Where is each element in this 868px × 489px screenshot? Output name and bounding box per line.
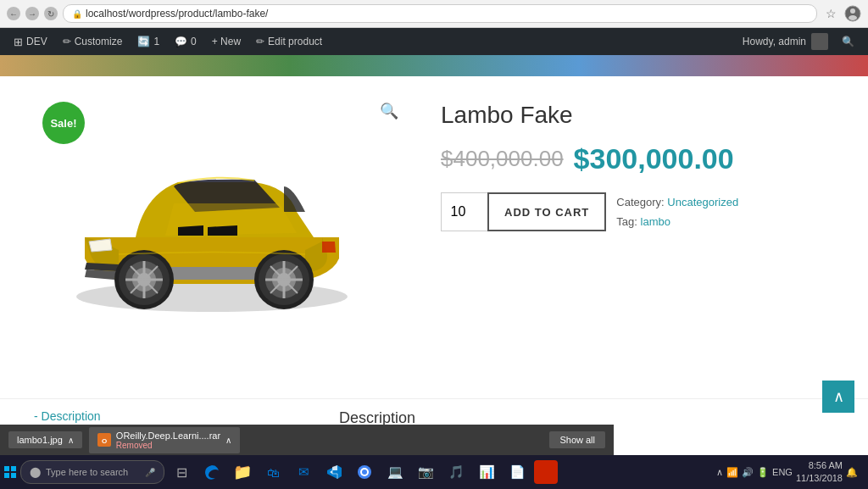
taskbar-app-10[interactable]: 📊 [473,458,500,486]
admin-bar-right: Howdy, admin 🔍 [736,28,861,55]
admin-bar-edit-label: Edit product [268,36,322,47]
product-meta: Category: Uncategorized Tag: lambo [616,192,738,232]
svg-text:O: O [102,437,107,445]
admin-bar-dev-label: DEV [26,36,47,47]
taskbar: ⬤ Type here to search 🎤 ⊟ 📁 🛍 ✉ 💻 📷 🎵 📊 … [0,455,868,489]
taskbar-time-value: 8:56 AM [796,459,843,472]
howdy-menu[interactable]: Howdy, admin [736,33,835,50]
comment-icon: 💬 [175,36,187,47]
original-price: $400,000.00 [441,146,564,172]
add-to-cart-button[interactable]: ADD TO CART [487,192,606,231]
search-icon: 🔍 [842,36,854,47]
file2-status: Removed [116,441,220,450]
taskbar-arrow-up[interactable]: ∧ [716,467,723,478]
taskbar-app-9[interactable]: 🎵 [442,458,470,486]
admin-bar-new-label: + New [212,36,241,47]
admin-avatar [811,33,828,50]
admin-bar-search[interactable]: 🔍 [835,28,861,55]
price-area: $400,000.00 $300,000.00 [441,142,834,175]
quantity-input[interactable] [441,192,487,231]
taskbar-search-text: Type here to search [46,467,128,477]
edit-icon: ✏ [256,36,264,47]
wp-admin-bar: ⊞ DEV ✏ Customize 🔄 1 💬 0 + New ✏ Edit p… [0,28,868,55]
file-item-1[interactable]: lambo1.jpg ∧ [8,431,82,448]
taskbar-app-8[interactable]: 📷 [412,458,439,486]
tag-meta: Tag: lambo [616,212,738,231]
product-title: Lambo Fake [441,102,834,129]
taskbar-app-task-view[interactable]: ⊟ [168,458,195,486]
file-item-2[interactable]: O OReilly.Deep.Learni....rar Removed ∧ [89,427,240,453]
product-image[interactable] [34,93,390,331]
file2-name: OReilly.Deep.Learni....rar [116,431,220,441]
admin-bar-customize-label: Customize [75,36,123,47]
category-label: Category: [616,196,664,208]
customize-icon: ✏ [63,36,71,47]
admin-bar-comments[interactable]: 🔄 1 [131,28,166,55]
admin-bar-comments-label: 1 [153,36,159,47]
url-bar[interactable]: 🔒 localhost/wordpress/product/lambo-fake… [63,4,817,23]
svg-point-30 [362,470,367,475]
svg-rect-25 [11,466,16,471]
bookmark-icon[interactable]: ☆ [822,5,839,22]
zoom-icon[interactable]: 🔍 [380,102,398,120]
taskbar-app-red[interactable] [534,460,558,484]
svg-point-2 [849,15,857,20]
taskbar-clock[interactable]: 8:56 AM 11/13/2018 [796,459,843,486]
notification-icon[interactable]: 🔔 [846,467,858,478]
file2-chevron[interactable]: ∧ [225,436,231,445]
refresh-icon: 🔄 [137,36,150,47]
sale-badge: Sale! [42,102,85,144]
category-link[interactable]: Uncategorized [667,196,738,208]
taskbar-right: ∧ 📶 🔊 🔋 ENG 8:56 AM 11/13/2018 🔔 [716,459,865,486]
tag-label: Tag: [616,215,637,228]
mic-icon: 🎤 [145,468,155,477]
taskbar-battery-icon: 🔋 [757,467,769,478]
svg-rect-24 [4,466,9,471]
taskbar-volume-icon: 🔊 [742,467,754,478]
page-content: Sale! 🔍 [0,76,868,398]
taskbar-app-7[interactable]: 💻 [381,458,409,486]
admin-bar-new[interactable]: + New [205,28,248,55]
start-button[interactable] [3,458,17,486]
show-all-button[interactable]: Show all [549,431,605,448]
taskbar-network-icon: 📶 [726,467,738,478]
back-to-top-button[interactable]: ∧ [822,381,854,413]
taskbar-app-vscode[interactable] [320,458,348,486]
taskbar-app-edge[interactable] [198,458,225,486]
taskbar-app-acrobat[interactable]: 📄 [504,458,531,486]
svg-rect-27 [11,473,16,478]
file-tray: lambo1.jpg ∧ O OReilly.Deep.Learni....ra… [0,425,614,455]
browser-chrome: ← → ↻ 🔒 localhost/wordpress/product/lamb… [0,0,868,28]
product-info: Lambo Fake $400,000.00 $300,000.00 ADD T… [441,93,834,249]
taskbar-app-chrome[interactable] [351,458,378,486]
file1-chevron[interactable]: ∧ [68,436,74,445]
sale-price: $300,000.00 [574,142,734,175]
refresh-button[interactable]: ↻ [44,7,58,20]
file2-icon: O [97,433,111,447]
taskbar-language: ENG [772,467,793,477]
svg-rect-26 [4,473,9,478]
lock-icon: 🔒 [72,9,82,19]
browser-toolbar: ← → ↻ 🔒 localhost/wordpress/product/lamb… [0,0,868,27]
admin-bar-comments2[interactable]: 💬 0 [168,28,203,55]
add-to-cart-row: ADD TO CART Category: Uncategorized Tag:… [441,192,834,232]
car-svg [34,102,390,322]
admin-bar-dev[interactable]: ⊞ DEV [7,28,54,55]
search-circle-icon: ⬤ [30,466,41,478]
admin-bar-customize[interactable]: ✏ Customize [56,28,130,55]
forward-button[interactable]: → [25,7,39,20]
file1-name: lambo1.jpg [17,435,63,445]
back-button[interactable]: ← [7,7,20,20]
admin-bar-edit[interactable]: ✏ Edit product [249,28,329,55]
taskbar-app-store[interactable]: 🛍 [259,458,287,486]
product-layout: Sale! 🔍 [34,93,834,331]
taskbar-app-folder[interactable]: 📁 [229,458,256,486]
windows-icon [3,465,17,479]
site-banner [0,55,868,76]
tag-link[interactable]: lambo [641,215,670,228]
user-icon[interactable] [844,5,861,22]
taskbar-app-mail[interactable]: ✉ [290,458,317,486]
taskbar-search-box[interactable]: ⬤ Type here to search 🎤 [20,460,164,484]
admin-bar-comments2-label: 0 [191,36,197,47]
url-text: localhost/wordpress/product/lambo-fake/ [86,8,268,19]
